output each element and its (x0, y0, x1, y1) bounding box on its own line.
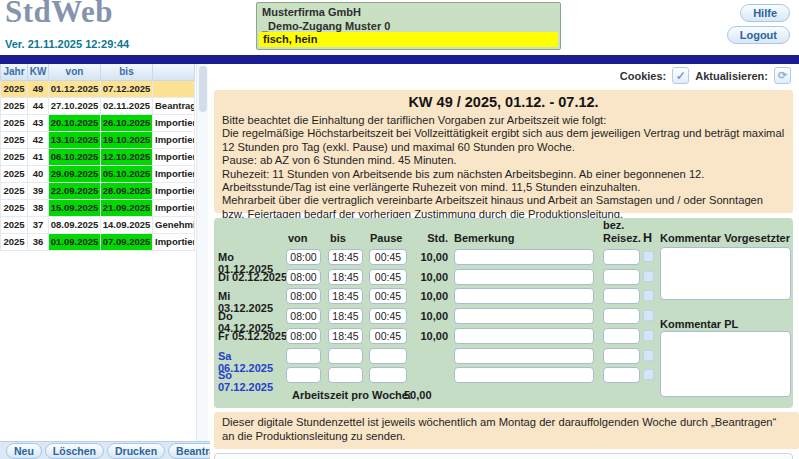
pause-input[interactable] (369, 288, 407, 304)
rules-notice-box: KW 49 / 2025, 01.12. - 07.12. Bitte beac… (214, 90, 793, 213)
bis-input[interactable] (328, 328, 363, 344)
week-list-scrollbar[interactable] (196, 64, 208, 441)
week-cell-status: Importiert (153, 165, 195, 182)
week-cell-jahr: 2025 (1, 114, 28, 131)
von-input[interactable] (286, 367, 321, 383)
head-kommentar-pl: Kommentar PL (660, 318, 738, 330)
logout-button[interactable]: Logout (727, 26, 790, 44)
week-row[interactable]: 20253601.09.202507.09.2025Importiert (1, 233, 195, 250)
head-bemerkung: Bemerkung (454, 232, 515, 244)
week-cell-kw: 41 (28, 148, 49, 165)
notice-line: Pause: ab AZ von 6 Stunden mind. 45 Minu… (222, 154, 785, 167)
bemerkung-input[interactable] (454, 348, 594, 364)
action-neu[interactable]: Neu (6, 443, 42, 459)
week-row[interactable]: 20254029.09.202505.10.2025Importiert (1, 165, 195, 182)
action-drucken[interactable]: Drucken (107, 443, 165, 459)
week-table: Jahr KW von bis 20254901.12.202507.12.20… (0, 64, 195, 251)
footer-notice: Dieser digitale Stundenzettel ist jeweil… (214, 412, 799, 449)
reisez-input[interactable] (603, 328, 640, 344)
week-row[interactable]: 20254320.10.202526.10.2025Importiert (1, 114, 195, 131)
week-cell-von: 27.10.2025 (49, 97, 101, 114)
bis-input[interactable] (328, 269, 363, 285)
reisez-input[interactable] (603, 269, 640, 285)
h-checkbox[interactable] (643, 369, 654, 380)
notice-line: Die regelmäßige Höchstarbeitszeit bei Vo… (222, 127, 785, 154)
col-jahr: Jahr (1, 64, 28, 80)
week-cell-von: 01.09.2025 (49, 233, 101, 250)
bemerkung-input[interactable] (454, 308, 594, 324)
head-von: von (288, 232, 308, 244)
von-input[interactable] (286, 308, 321, 324)
bis-input[interactable] (328, 348, 363, 364)
time-entry-box: von bis Pause Std. Bemerkung bez. Reisez… (214, 218, 793, 408)
app-logo: StdWeb (5, 0, 113, 30)
cookies-checkbox[interactable]: ✓ (672, 67, 689, 84)
bemerkung-input[interactable] (454, 367, 594, 383)
week-cell-von: 29.09.2025 (49, 165, 101, 182)
week-cell-jahr: 2025 (1, 233, 28, 250)
cookies-label: Cookies: (620, 70, 666, 82)
von-input[interactable] (286, 249, 321, 265)
pause-input[interactable] (369, 348, 407, 364)
company-name: Musterfirma GmbH (262, 5, 555, 19)
head-h: H (643, 231, 652, 245)
bemerkung-input[interactable] (454, 269, 594, 285)
action-lschen[interactable]: Löschen (45, 443, 104, 459)
week-cell-von: 13.10.2025 (49, 131, 101, 148)
bis-input[interactable] (328, 308, 363, 324)
bemerkung-input[interactable] (454, 288, 594, 304)
week-row[interactable]: 20253708.09.202514.09.2025Genehmigt (1, 216, 195, 233)
h-checkbox[interactable] (643, 271, 654, 282)
h-checkbox[interactable] (643, 350, 654, 361)
week-cell-jahr: 2025 (1, 216, 28, 233)
week-row[interactable]: 20253922.09.202528.09.2025Importiert (1, 182, 195, 199)
von-input[interactable] (286, 328, 321, 344)
week-row[interactable]: 20254106.10.202512.10.2025Importiert (1, 148, 195, 165)
week-cell-bis: 19.10.2025 (101, 131, 153, 148)
pause-input[interactable] (369, 328, 407, 344)
week-cell-kw: 44 (28, 97, 49, 114)
bemerkung-input[interactable] (454, 249, 594, 265)
col-von: von (49, 64, 101, 80)
refresh-icon[interactable]: ⟳ (774, 67, 791, 84)
pause-input[interactable] (369, 269, 407, 285)
week-row[interactable]: 20254901.12.202507.12.2025 (1, 80, 195, 97)
help-button[interactable]: Hilfe (740, 4, 790, 22)
reisez-input[interactable] (603, 288, 640, 304)
kommentar-vorgesetzter-textarea[interactable] (660, 247, 791, 300)
kommentar-pl-textarea[interactable] (660, 331, 791, 397)
bis-input[interactable] (328, 288, 363, 304)
h-checkbox[interactable] (643, 251, 654, 262)
week-cell-status: Importiert (153, 199, 195, 216)
reisez-input[interactable] (603, 367, 640, 383)
von-input[interactable] (286, 348, 321, 364)
weekly-total-label: Arbeitszeit pro Woche: (292, 389, 412, 401)
scrollbar-thumb[interactable] (199, 66, 207, 112)
week-row[interactable]: 20253815.09.202521.09.2025Importiert (1, 199, 195, 216)
week-cell-jahr: 2025 (1, 165, 28, 182)
top-header: StdWeb Ver. 21.11.2025 12:29:44 Musterfi… (0, 0, 799, 55)
bemerkung-input[interactable] (454, 328, 594, 344)
reisez-input[interactable] (603, 348, 640, 364)
reisez-input[interactable] (603, 249, 640, 265)
h-checkbox[interactable] (643, 290, 654, 301)
week-cell-bis: 02.11.2025 (101, 97, 153, 114)
h-checkbox[interactable] (643, 330, 654, 341)
von-input[interactable] (286, 269, 321, 285)
settings-row: Cookies: ✓ Aktualisieren: ⟳ (620, 67, 791, 84)
week-cell-jahr: 2025 (1, 148, 28, 165)
week-cell-bis: 28.09.2025 (101, 182, 153, 199)
h-checkbox[interactable] (643, 310, 654, 321)
week-row[interactable]: 20254213.10.202519.10.2025Importiert (1, 131, 195, 148)
bis-input[interactable] (328, 367, 363, 383)
reisez-input[interactable] (603, 308, 640, 324)
week-cell-jahr: 2025 (1, 199, 28, 216)
pause-input[interactable] (369, 249, 407, 265)
von-input[interactable] (286, 288, 321, 304)
bis-input[interactable] (328, 249, 363, 265)
pause-input[interactable] (369, 308, 407, 324)
account-name: _Demo-Zugang Muster 0 (262, 19, 555, 33)
week-row[interactable]: 20254427.10.202502.11.2025Beantragt (1, 97, 195, 114)
pause-input[interactable] (369, 367, 407, 383)
week-cell-jahr: 2025 (1, 80, 28, 97)
